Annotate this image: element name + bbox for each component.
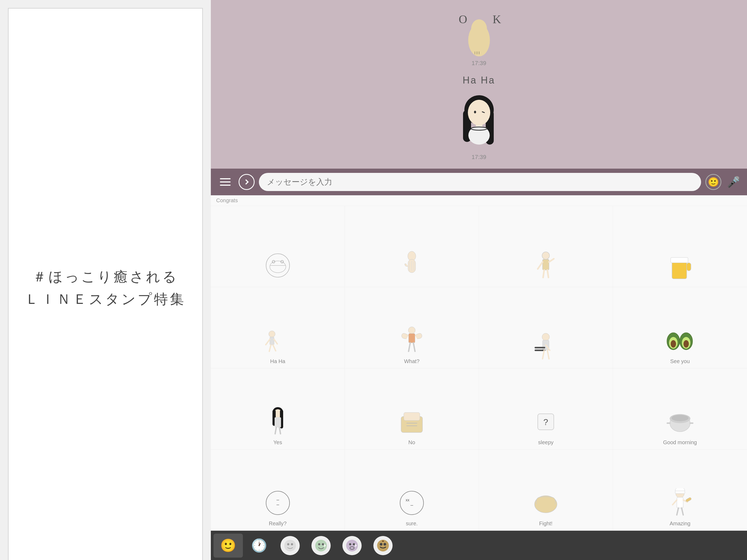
sticker-haha-grid bbox=[262, 325, 294, 357]
sticker-face-mask bbox=[262, 249, 294, 282]
sticker-name-what: What? bbox=[404, 358, 419, 365]
sticker-cell-amazing[interactable]: Amazing bbox=[613, 450, 747, 531]
svg-point-3 bbox=[471, 20, 487, 38]
sticker-cell-flexing[interactable]: What? bbox=[345, 287, 479, 368]
svg-line-39 bbox=[273, 345, 276, 351]
chat-area: O K ||| 17:39 Ha Ha bbox=[211, 0, 747, 169]
svg-rect-33 bbox=[687, 263, 691, 271]
svg-point-92 bbox=[287, 543, 289, 545]
sticker-grid: Congrats bbox=[211, 195, 747, 531]
microphone-button[interactable]: 🎤 bbox=[726, 174, 742, 190]
svg-rect-32 bbox=[671, 258, 688, 263]
right-panel: O K ||| 17:39 Ha Ha bbox=[211, 0, 747, 560]
svg-line-86 bbox=[673, 500, 677, 505]
svg-point-75 bbox=[266, 491, 289, 515]
clock-icon: 🕐 bbox=[251, 538, 267, 553]
sticker2-time: 17:39 bbox=[471, 154, 486, 161]
sticker-grid-header: Congrats bbox=[211, 195, 747, 206]
svg-point-95 bbox=[318, 543, 320, 545]
emoji-tab-smiley[interactable]: 🙂 bbox=[213, 534, 243, 558]
svg-text:?: ? bbox=[543, 417, 548, 427]
sticker-flexing bbox=[396, 325, 428, 357]
svg-line-37 bbox=[274, 339, 277, 344]
sticker-cell-hand[interactable] bbox=[345, 206, 479, 287]
svg-line-27 bbox=[538, 262, 543, 269]
sticker-cell-yes[interactable]: Yes bbox=[211, 369, 345, 450]
sticker-cell-goodmorning[interactable]: Good morning bbox=[613, 369, 747, 450]
sticker-person bbox=[530, 249, 562, 282]
emoji-tab-stamp1[interactable] bbox=[276, 534, 305, 558]
beer-svg bbox=[668, 251, 692, 280]
svg-rect-26 bbox=[543, 259, 549, 270]
emoji-tab-stamp3[interactable] bbox=[337, 534, 367, 558]
sticker-cell-fight[interactable]: Fight! bbox=[479, 450, 613, 531]
sticker-cell-haha[interactable]: Ha Ha bbox=[211, 287, 345, 368]
svg-text:|||: ||| bbox=[474, 51, 480, 54]
svg-rect-46 bbox=[535, 347, 545, 348]
svg-point-99 bbox=[349, 543, 351, 545]
svg-point-56 bbox=[684, 340, 689, 348]
yes-svg bbox=[267, 407, 288, 436]
emoji-button[interactable]: 🙂 bbox=[705, 174, 721, 190]
sticker-cell-reading[interactable] bbox=[479, 287, 613, 368]
svg-point-25 bbox=[542, 252, 549, 259]
title-line2: ＬＩＮＥスタンプ特集 bbox=[25, 288, 186, 310]
sticker-cell-person[interactable] bbox=[479, 206, 613, 287]
svg-rect-65 bbox=[404, 412, 420, 421]
pot-svg bbox=[667, 408, 693, 435]
haha-sticker-svg bbox=[453, 94, 506, 150]
svg-rect-85 bbox=[677, 497, 683, 508]
stamp3-icon bbox=[342, 536, 362, 555]
hamburger-line-2 bbox=[220, 181, 231, 183]
hamburger-line-1 bbox=[220, 178, 231, 179]
stamp4-icon bbox=[374, 536, 393, 555]
sticker-hand bbox=[396, 249, 428, 282]
sticker-cell-face-mask[interactable] bbox=[211, 206, 345, 287]
sticker-cell-avocado[interactable]: See you bbox=[613, 287, 747, 368]
sticker-name-fight: Fight! bbox=[539, 521, 552, 527]
sticker-cell-sure[interactable]: xx ー sure. bbox=[345, 450, 479, 531]
face-mask-svg bbox=[264, 252, 291, 279]
sticker-cell-beer[interactable] bbox=[613, 206, 747, 287]
emoji-tab-stamp2[interactable] bbox=[306, 534, 336, 558]
sticker-cell-sleepy[interactable]: ? sleepy bbox=[479, 369, 613, 450]
svg-line-62 bbox=[275, 427, 276, 434]
sticker-name-yes: Yes bbox=[273, 439, 282, 446]
microphone-icon: 🎤 bbox=[727, 176, 740, 188]
svg-point-40 bbox=[408, 327, 415, 334]
sticker-avocado bbox=[664, 325, 696, 357]
chevron-button[interactable] bbox=[239, 174, 255, 190]
svg-line-50 bbox=[547, 350, 549, 359]
stamp2-icon bbox=[311, 536, 331, 555]
smiley-icon: 🙂 bbox=[220, 538, 236, 553]
sticker-amazing bbox=[664, 487, 696, 519]
stamp2-svg bbox=[314, 539, 328, 552]
sticker-name-seeyou: See you bbox=[670, 358, 690, 365]
emoji-tab-stamp4[interactable] bbox=[368, 534, 398, 558]
sticker-name-goodmorning: Good morning bbox=[663, 439, 697, 446]
svg-text:K: K bbox=[492, 13, 501, 26]
svg-line-63 bbox=[279, 427, 281, 434]
input-bar: 🙂 🎤 bbox=[211, 169, 747, 195]
svg-rect-88 bbox=[685, 497, 692, 502]
svg-line-90 bbox=[681, 508, 683, 515]
svg-text:xx: xx bbox=[406, 498, 409, 502]
emoji-tab-recent[interactable]: 🕐 bbox=[244, 534, 274, 558]
svg-point-93 bbox=[291, 543, 293, 545]
svg-text:ー: ー bbox=[410, 504, 413, 507]
svg-rect-41 bbox=[409, 334, 415, 343]
svg-rect-35 bbox=[270, 337, 274, 345]
sticker-cell-no[interactable]: No bbox=[345, 369, 479, 450]
fight-svg bbox=[533, 489, 559, 516]
sticker-haha bbox=[450, 91, 508, 153]
sticker-cell-really[interactable]: ー ー Really? bbox=[211, 450, 345, 531]
message-input[interactable] bbox=[259, 173, 701, 191]
svg-point-96 bbox=[322, 543, 324, 545]
flexing-svg bbox=[398, 326, 425, 355]
svg-point-11 bbox=[468, 126, 490, 144]
sticker-haha-block: 17:39 bbox=[450, 91, 508, 161]
svg-point-105 bbox=[384, 543, 386, 545]
hamburger-menu-button[interactable] bbox=[216, 173, 234, 191]
sticker-ok-block: O K ||| 17:39 bbox=[450, 8, 508, 67]
haha-label: Ha Ha bbox=[463, 75, 495, 86]
